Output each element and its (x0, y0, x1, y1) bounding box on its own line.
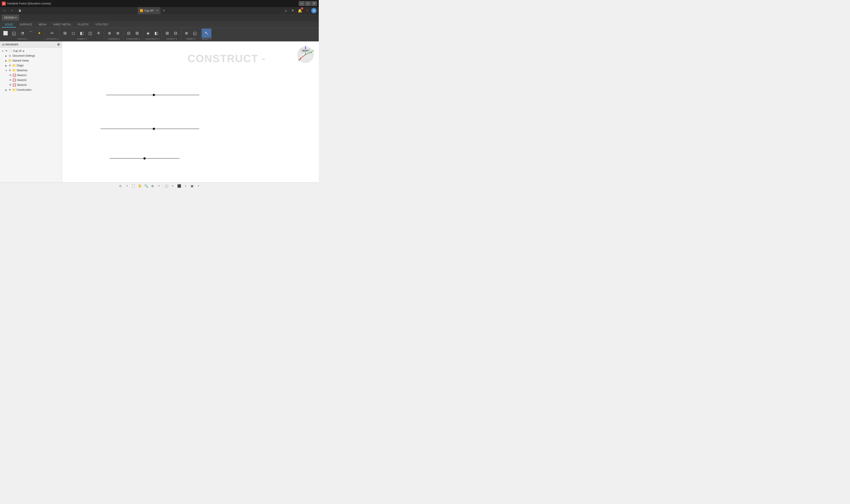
svg-point-23 (143, 157, 146, 160)
tree-item-named-views[interactable]: ▶ 📁 Named Views (0, 58, 62, 63)
insert-label: INSERT ▾ (186, 38, 195, 40)
bottom-display2-button[interactable]: ⬛ (176, 183, 182, 188)
configure-button2[interactable]: ⊞ (133, 29, 142, 38)
notification-button[interactable]: 🔔 1 (297, 8, 303, 14)
tree-eye-origin[interactable]: 👁 (8, 64, 12, 68)
browser-sidebar: ◁ BROWSER ⚙ ▼ 👁 📄 Cup v9 ◉ ▶ ⚙ Document … (0, 41, 62, 182)
tab-plastic[interactable]: PLASTIC (75, 22, 92, 28)
bottom-zoom-in-button[interactable]: ⊕ (150, 183, 156, 188)
tree-toggle-origin[interactable]: ▶ (4, 64, 8, 67)
inspect-button1[interactable]: ⊞ (163, 29, 171, 38)
modify-chamfer-button[interactable]: ◧ (78, 29, 86, 38)
undo-button[interactable]: ↩ (1, 7, 8, 14)
bottom-pan-button[interactable]: ✋ (137, 183, 143, 188)
create-fav-button[interactable]: ✦ (35, 29, 43, 38)
assemble-joint-button[interactable]: ⊕ (105, 29, 114, 38)
modify-label: MODIFY ▾ (77, 38, 87, 40)
tree-item-sketch1[interactable]: 👁 Sketch1 (0, 73, 62, 78)
add-tab-button[interactable]: + (161, 8, 167, 13)
modify-pushpull-button[interactable]: ⊞ (61, 29, 69, 38)
tab-utilities[interactable]: UTILITIES (92, 22, 111, 28)
tree-toggle-named-views[interactable]: ▶ (4, 59, 8, 62)
tab-bar: ↩ ↪ 💾 🟠 Cup v9* ✕ + ⌂ 🔍 🔔 1 ❓ A (0, 7, 319, 14)
toolbar-group-select: ↖ SELECT ▾ (202, 29, 211, 40)
tab-sheet-metal[interactable]: SHEET METAL (50, 22, 74, 28)
tree-item-sketches[interactable]: ▼ 👁 📁 Sketches (0, 68, 62, 73)
tree-eye-sketch2[interactable]: 👁 (8, 78, 13, 82)
tree-item-sketch3[interactable]: 👁 Sketch3 (0, 83, 62, 87)
tree-toggle-cup-v9[interactable]: ▼ (1, 49, 4, 53)
doc-tab-close[interactable]: ✕ (156, 9, 158, 12)
help-button[interactable]: ❓ (304, 8, 310, 14)
construct-button2[interactable]: ◧ (152, 29, 161, 38)
assemble-joint2-button[interactable]: ⊗ (114, 29, 122, 38)
select-button[interactable]: ↖ (202, 29, 211, 38)
redo-button[interactable]: ↪ (9, 7, 16, 14)
create-sweep-button[interactable]: ⌒ (26, 29, 35, 38)
bottom-zoom-fit-button[interactable]: 🔍 (143, 183, 149, 188)
tree-toggle-doc-settings[interactable]: ▶ (4, 54, 8, 57)
minimize-button[interactable]: — (299, 1, 305, 6)
create-revolve-button[interactable]: ◔ (18, 29, 26, 38)
document-tab[interactable]: 🟠 Cup v9* ✕ (138, 7, 161, 14)
tree-toggle-sketches[interactable]: ▼ (4, 69, 8, 72)
tree-vis-toggle-cup-v9[interactable]: ◉ (22, 50, 24, 52)
tree-item-construction[interactable]: ▶ 👁 📁 Construction (0, 87, 62, 92)
inspect-button2[interactable]: ⊟ (171, 29, 180, 38)
search-button[interactable]: 🔍 (290, 8, 296, 14)
divider-4 (123, 29, 124, 40)
tree-item-origin[interactable]: ▶ 👁 📁 Origin (0, 63, 62, 68)
create-extrude-button[interactable]: ◱ (10, 29, 18, 38)
select-label: SELECT ▾ (202, 38, 211, 40)
bottom-camera-button[interactable]: ⊙ (117, 183, 123, 188)
modify-fillet-button[interactable]: ◻ (69, 29, 78, 38)
save-button[interactable]: 💾 (16, 7, 23, 14)
tree-label-sketch2: Sketch2 (17, 78, 26, 82)
tree-eye-construction[interactable]: 👁 (8, 88, 12, 92)
modify-move-button[interactable]: ✛ (94, 29, 103, 38)
tree-icon-named-views: 📁 (8, 59, 12, 62)
browser-collapse-icon[interactable]: ◁ (2, 43, 4, 46)
viewport[interactable]: Z Y X RIGHT CONSTRUCT - (62, 41, 319, 182)
tab-solid[interactable]: SOLID (2, 22, 16, 28)
bottom-camera-dropdown[interactable]: ▾ (124, 183, 130, 188)
profile-button[interactable]: A (311, 8, 317, 13)
divider-2 (59, 29, 60, 40)
design-mode-bar: DESIGN ▾ (0, 14, 319, 21)
tree-item-document-settings[interactable]: ▶ ⚙ Document Settings (0, 53, 62, 58)
design-mode-button[interactable]: DESIGN ▾ (2, 15, 19, 21)
window-controls: — □ ✕ (299, 1, 317, 6)
tree-item-sketch2[interactable]: 👁 Sketch2 (0, 78, 62, 83)
home-button[interactable]: ⌂ (283, 8, 289, 14)
maximize-button[interactable]: □ (305, 1, 311, 6)
bottom-fit-button[interactable]: ⛶ (130, 183, 136, 188)
construct-button1[interactable]: ◈ (144, 29, 152, 38)
tree-icon-sketch3 (13, 83, 16, 87)
configure-button1[interactable]: ⊟ (125, 29, 133, 38)
bottom-display-dropdown2[interactable]: ▾ (183, 183, 188, 188)
tree-eye-sketch3[interactable]: 👁 (8, 83, 13, 87)
modify-shell-button[interactable]: ◫ (86, 29, 94, 38)
bottom-display3-button[interactable]: ▣ (189, 183, 195, 188)
tree-eye-sketches[interactable]: 👁 (8, 68, 12, 72)
browser-settings-icon[interactable]: ⚙ (57, 43, 60, 46)
automate-button[interactable]: ✂ (47, 29, 57, 38)
tab-surface[interactable]: SURFACE (16, 22, 35, 28)
tree-eye-cup-v9[interactable]: 👁 (4, 49, 8, 53)
insert-button1[interactable]: ⊕ (182, 29, 191, 38)
tab-mesh[interactable]: MESH (36, 22, 50, 28)
svg-point-21 (153, 128, 155, 130)
bottom-display-dropdown3[interactable]: ▾ (196, 183, 201, 188)
bottom-display1-button[interactable]: ⬜ (163, 183, 169, 188)
create-new-component-button[interactable]: ⬜ (1, 29, 10, 38)
bottom-zoom-dropdown[interactable]: ▾ (156, 183, 162, 188)
close-button[interactable]: ✕ (311, 1, 317, 6)
bottom-display-dropdown1[interactable]: ▾ (170, 183, 176, 188)
tree-item-cup-v9[interactable]: ▼ 👁 📄 Cup v9 ◉ (0, 49, 62, 53)
configure-label: CONFIGURE ▾ (126, 38, 140, 40)
tree-eye-sketch1[interactable]: 👁 (8, 73, 13, 77)
insert-button2[interactable]: ◱ (191, 29, 199, 38)
toolbar-group-inspect: ⊞ ⊟ INSPECT ▾ (163, 29, 180, 40)
tree-toggle-construction[interactable]: ▶ (4, 88, 8, 92)
app-title: Autodesk Fusion (Education License) (7, 2, 51, 5)
